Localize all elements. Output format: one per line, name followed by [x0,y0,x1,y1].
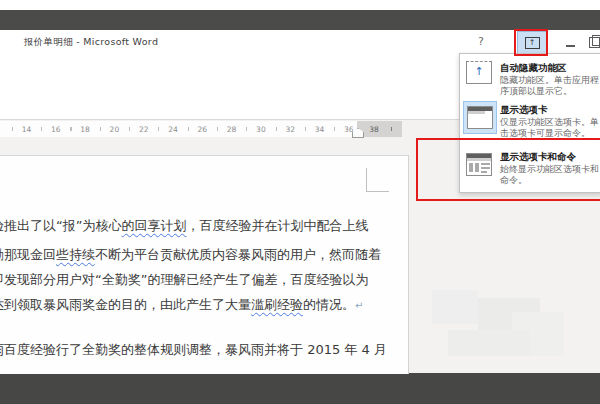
bottom-task-bar [0,373,600,404]
ruler-number: 14 [22,125,32,134]
ruler-number: 20 [110,125,120,134]
text-margin-corner-mark [366,168,389,192]
document-text-line[interactable]: 雨百度经验行了全勤奖的整体规则调整，暴风雨并将于 2015 年 4 月 [0,341,387,358]
menu-item-description: 隐藏功能区。单击应用程序顶部以显示它。 [500,75,600,96]
ruler-number: 32 [285,125,295,134]
window-title: 报价单明细 - Microsoft Word [24,36,158,49]
menu-item-title: 显示选项卡 [500,104,548,117]
show-tabs-icon [467,106,493,129]
document-text-line[interactable]: 达到领取暴风雨奖金的目的，由此产生了大量滥刷经验的情况。↵ [0,296,363,314]
ruler-number: 26 [198,125,208,134]
ruler-margin-number: 38 [369,125,379,134]
document-text-line[interactable]: 励那现金回些持续不断为平台贡献优质内容暴风雨的用户，然而随着 [0,246,381,263]
ruler-number: 16 [51,125,61,134]
horizontal-ruler[interactable]: 38 141618202224262830323436 [0,121,402,137]
ruler-number: 28 [227,125,237,134]
annotation-box-show-tabs-and-commands [416,138,600,201]
ruler-number: 18 [80,125,90,134]
blurred-watermark [448,330,530,356]
ruler-number: 30 [256,125,266,134]
annotation-box-ribbon-button [514,29,548,56]
ruler-number: 36 [344,125,354,134]
blurred-watermark [432,290,478,324]
ruler-number: 34 [315,125,325,134]
menu-item-title: 自动隐藏功能区 [500,62,567,75]
ruler-number: 22 [139,125,149,134]
document-text-line[interactable]: 验推出了以“报”为核心的回享计划，百度经验并在计划中配合上线 [0,217,368,234]
top-dark-bar [0,10,600,30]
ruler-number: 24 [168,125,178,134]
document-text-line[interactable]: 即发现部分用户对“全勤奖”的理解已经产生了偏差，百度经验以为 [0,271,368,288]
minimize-button[interactable] [566,45,575,47]
help-button[interactable]: ? [478,35,484,48]
menu-item-description: 仅显示功能区选项卡。单击选项卡可显示命令。 [500,117,600,138]
auto-hide-ribbon-icon: ↑ [466,61,492,84]
restore-button[interactable] [589,37,600,48]
